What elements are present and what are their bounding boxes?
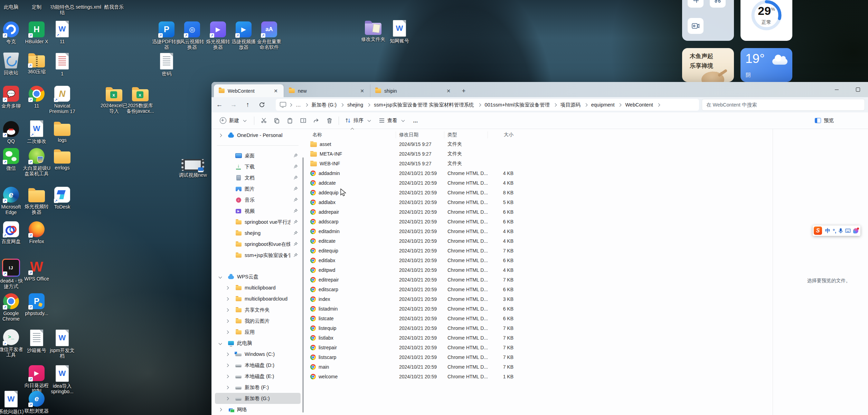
tab-new[interactable]: new ✕ — [284, 84, 370, 97]
chevron-right-icon[interactable] — [226, 308, 229, 312]
forward-button[interactable]: → — [227, 99, 240, 111]
file-row-editcate[interactable]: editcate 2024/10/21 20:59 Chrome HTML D.… — [304, 236, 773, 246]
file-row-addscarp[interactable]: addscarp 2024/10/21 20:59 Chrome HTML D.… — [304, 217, 773, 227]
file-row-editscarp[interactable]: editscarp 2024/10/21 20:59 Chrome HTML D… — [304, 285, 773, 294]
column-header-type[interactable]: 类型 — [444, 131, 488, 138]
chevron-down-icon[interactable] — [219, 275, 222, 278]
file-row-addrepair[interactable]: addrepair 2024/10/21 20:59 Chrome HTML D… — [304, 207, 773, 217]
sidebar-item-本地磁盘 (D:)[interactable]: 本地磁盘 (D:) — [215, 360, 301, 371]
chevron-right-icon[interactable] — [226, 397, 229, 400]
sidebar-item-multiclipboardcloud[interactable]: multiclipboardcloud — [215, 293, 301, 304]
column-header-name[interactable]: 名称 — [304, 131, 396, 138]
file-row-editlabx[interactable]: editlabx 2024/10/21 20:59 Chrome HTML D.… — [304, 256, 773, 265]
file-row-WEB-INF[interactable]: WEB-INF 2024/9/15 9:27 文件夹 — [304, 159, 773, 168]
preview-toggle-button[interactable]: 预览 — [815, 117, 834, 124]
copy-button[interactable] — [271, 115, 283, 127]
sidebar-item-此电脑[interactable]: 此电脑 — [215, 338, 301, 349]
file-row-listcate[interactable]: listcate 2024/10/21 20:59 Chrome HTML D.… — [304, 314, 773, 323]
desktop-icon-知网账号[interactable]: W知网账号 — [384, 20, 415, 44]
sidebar-item-shejing[interactable]: shejing — [215, 228, 301, 239]
ime-mode-button[interactable]: 中 — [825, 228, 830, 234]
sidebar-item-OneDrive - Personal[interactable]: OneDrive - Personal — [215, 130, 301, 141]
sidebar-item-本地磁盘 (E:)[interactable]: 本地磁盘 (E:) — [215, 371, 301, 382]
tab-shipin[interactable]: shipin ✕ — [370, 84, 456, 97]
sidebar-item-我的云图片[interactable]: 我的云图片 — [215, 315, 301, 326]
breadcrumb-item[interactable]: 项目源码 — [558, 101, 583, 109]
scissors-tool-button[interactable] — [710, 0, 726, 8]
breadcrumb-item[interactable]: equipment — [589, 101, 617, 109]
desktop-icon-2025数据库-备份javacx...[interactable]: 2025数据库 备份javacx... — [124, 86, 156, 114]
desktop-icon-调试视频new[interactable]: 调试视频new — [177, 156, 209, 178]
sidebar-item-网络[interactable]: 网络 — [215, 404, 301, 415]
file-row-addlabx[interactable]: addlabx 2024/10/21 20:59 Chrome HTML D..… — [304, 197, 773, 207]
sidebar-item-共享文件夹[interactable]: 共享文件夹 — [215, 304, 301, 315]
file-row-main[interactable]: main 2024/10/21 20:59 Chrome HTML D... 7… — [304, 362, 773, 372]
new-tab-button[interactable]: + — [459, 86, 469, 96]
chevron-right-icon[interactable] — [226, 363, 229, 367]
sidebar-item-应用[interactable]: 应用 — [215, 326, 301, 338]
chevron-right-icon[interactable] — [226, 330, 229, 334]
desktop-icon-密码[interactable]: 密码 — [151, 53, 182, 76]
file-row-listrepair[interactable]: listrepair 2024/10/21 20:59 Chrome HTML … — [304, 343, 773, 352]
sidebar-item-下载[interactable]: ↓下载 — [215, 161, 301, 172]
sidebar-item-音乐[interactable]: ♪音乐 — [215, 194, 301, 205]
paste-button[interactable] — [284, 115, 296, 127]
sort-button[interactable]: 排序 — [342, 114, 376, 127]
desktop-icon-phpstudy...[interactable]: P↗phpstudy... — [21, 293, 53, 316]
screen-record-button[interactable] — [688, 18, 704, 34]
tab-WebContent[interactable]: WebContent ✕ — [214, 84, 284, 97]
widget-screenshot-tools[interactable] — [682, 0, 734, 41]
chevron-down-icon[interactable] — [219, 341, 222, 345]
refresh-button[interactable] — [256, 99, 268, 111]
share-button[interactable] — [310, 115, 322, 127]
desktop-icon-酷我音乐[interactable]: 酷我音乐 — [98, 3, 130, 10]
breadcrumb-item[interactable]: 新加卷 (G:) — [309, 101, 339, 109]
file-row-editequip[interactable]: editequip 2024/10/21 20:59 Chrome HTML D… — [304, 246, 773, 256]
sidebar-item-ssm+jsp实验室设备管理 实验室[interactable]: ssm+jsp实验室设备管理 实验室 — [215, 250, 301, 261]
file-row-welcome[interactable]: welcome 2024/10/21 20:59 Chrome HTML D..… — [304, 372, 773, 381]
sidebar-item-Windows (C:)[interactable]: Windows (C:) — [215, 349, 301, 360]
breadcrumb-item[interactable]: ssm+jsp实验室设备管理 实验室材料管理系统 — [371, 101, 477, 109]
desktop-icon-WPS-Office[interactable]: W↗WPS Office — [21, 259, 53, 282]
desktop-icon-idea导入-springbo...[interactable]: Widea导入 springbo... — [46, 365, 78, 394]
view-button[interactable]: 查看 — [376, 114, 409, 127]
sidebar-scrollbar[interactable] — [302, 157, 304, 413]
file-row-listadmin[interactable]: listadmin 2024/10/21 20:59 Chrome HTML D… — [304, 304, 773, 314]
more-options-button[interactable]: … — [409, 114, 422, 127]
chevron-right-icon[interactable] — [226, 352, 229, 356]
desktop-icon-ToDesk[interactable]: ↗ToDesk — [46, 187, 78, 210]
desktop-icon-errlogs[interactable]: errlogs — [46, 149, 78, 170]
widget-muyu[interactable]: 木鱼声起 乐享禅境 功德+1 — [682, 48, 734, 82]
file-row-editrepair[interactable]: editrepair 2024/10/21 20:59 Chrome HTML … — [304, 275, 773, 285]
breadcrumb-item[interactable]: … — [293, 101, 303, 109]
file-row-addcate[interactable]: addcate 2024/10/21 20:59 Chrome HTML D..… — [304, 178, 773, 188]
sogou-logo-icon[interactable]: S — [814, 227, 822, 235]
file-row-addadmin[interactable]: addadmin 2024/10/21 20:59 Chrome HTML D.… — [304, 168, 773, 178]
maximize-button[interactable] — [847, 82, 868, 97]
desktop-icon-logs[interactable]: logs — [46, 121, 78, 143]
search-box[interactable] — [702, 99, 865, 111]
file-row-listscarp[interactable]: listscarp 2024/10/21 20:59 Chrome HTML D… — [304, 352, 773, 362]
sidebar-item-WPS云盘[interactable]: WPS云盘 — [215, 271, 301, 282]
sidebar-item-图片[interactable]: 图片 — [215, 183, 301, 194]
file-row-listlabx[interactable]: listlabx 2024/10/21 20:59 Chrome HTML D.… — [304, 333, 773, 343]
rename-button[interactable] — [297, 115, 309, 127]
ime-skin-icon[interactable] — [853, 228, 858, 233]
file-row-asset[interactable]: asset 2024/9/15 9:27 文件夹 — [304, 139, 773, 149]
cut-button[interactable] — [258, 115, 270, 127]
file-row-editadmin[interactable]: editadmin 2024/10/21 20:59 Chrome HTML D… — [304, 227, 773, 236]
crop-tool-button[interactable] — [688, 0, 704, 8]
close-tab-icon[interactable]: ✕ — [272, 87, 280, 95]
up-button[interactable]: ↑ — [242, 99, 254, 111]
desktop-icon-Firefox[interactable]: ↗Firefox — [21, 221, 53, 244]
minimize-button[interactable] — [826, 82, 847, 97]
this-pc-icon[interactable] — [280, 102, 286, 107]
sidebar-item-桌面[interactable]: 桌面 — [215, 150, 301, 161]
sidebar-item-multiclipboard[interactable]: multiclipboard — [215, 282, 301, 293]
widget-weather[interactable]: 19° 阴 — [740, 48, 792, 82]
chevron-right-icon[interactable] — [226, 297, 229, 301]
search-input[interactable] — [702, 99, 868, 110]
file-row-editpwd[interactable]: editpwd 2024/10/21 20:59 Chrome HTML D..… — [304, 265, 773, 275]
microphone-icon[interactable] — [839, 228, 843, 233]
file-row-META-INF[interactable]: META-INF 2024/9/15 9:27 文件夹 — [304, 149, 773, 159]
